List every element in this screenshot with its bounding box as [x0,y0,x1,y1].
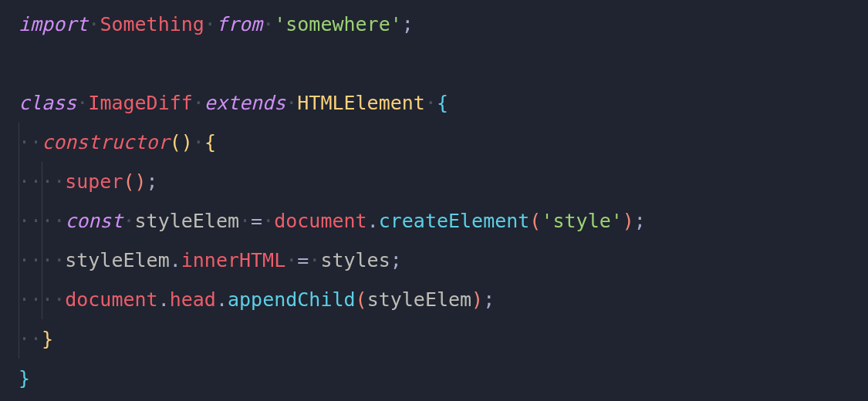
token-punct: . [158,288,170,311]
token-keyword-italic: import [19,13,88,35]
token-brace-yellow: ) [181,131,193,153]
whitespace-marker: · [285,92,297,114]
token-brace-teal: { [437,92,448,114]
token-classname: Something [100,13,204,35]
indent-guide [42,201,42,241]
token-ident: styleElem [135,210,239,232]
whitespace-marker: · [76,92,88,114]
token-brace-yellow: { [204,131,216,153]
token-ident: styles [320,249,390,271]
indent-guide [42,280,42,319]
token-keyword-italic: const [65,210,123,232]
token-punct: ; [483,288,495,311]
code-line: ····styleElem.innerHTML·=·styles; [19,241,849,280]
code-line: import·Something·from·'somewhere'; [19,5,849,44]
token-keyword-italic: class [19,92,76,114]
token-ctor: constructor [42,131,170,153]
token-brace-yellow: ( [170,131,181,153]
token-operator: = [297,249,309,271]
code-line: ····super(); [19,162,849,201]
indent-guide [19,162,19,201]
token-brace-teal: } [19,367,30,389]
token-punct: . [170,249,181,271]
token-punct: ; [147,170,158,193]
whitespace-marker: · [193,131,204,153]
whitespace-marker: · [193,92,204,114]
whitespace-marker: · [285,249,297,271]
whitespace-marker: · [239,210,251,232]
code-line: ··} [19,319,849,359]
token-prop-red: document [274,210,366,232]
whitespace-marker: · [123,210,134,232]
token-method: appendChild [228,288,356,311]
indent-guide [19,123,19,162]
indent-guide [19,319,19,359]
indent-guide [19,241,19,280]
code-line: ··constructor()·{ [19,123,849,162]
indent-guide [19,201,19,241]
indent-guide [19,280,19,319]
token-super: super [65,170,123,193]
indent-guide [42,162,42,201]
token-string: 'style' [541,210,622,232]
indent-guide [42,241,42,280]
token-method: createElement [379,210,530,232]
token-prop-red: head [170,288,216,311]
token-keyword-italic: from [216,13,262,35]
token-punct: ; [402,13,414,35]
whitespace-marker: · [425,92,437,114]
token-paren-pink: ( [356,288,367,311]
token-type: HTMLElement [297,92,425,114]
token-paren-pink: ( [123,170,134,193]
whitespace-marker: · [262,13,274,35]
token-ident: styleElem [367,288,471,311]
token-paren-pink: ) [623,210,634,232]
token-punct: . [216,288,228,311]
whitespace-marker: · [204,13,216,35]
code-line: } [19,359,849,398]
code-line: class·ImageDiff·extends·HTMLElement·{ [19,83,849,123]
token-punct: ; [634,210,646,232]
token-keyword-italic: extends [204,92,285,114]
token-operator: = [251,210,262,232]
whitespace-marker: · [309,249,320,271]
token-punct: ; [390,249,402,271]
token-punct: . [367,210,379,232]
token-ident: styleElem [65,249,169,271]
token-paren-pink: ) [471,288,483,311]
code-line [19,44,849,83]
token-paren-pink: ( [529,210,541,232]
whitespace-marker: · [262,210,274,232]
token-paren-pink: ) [135,170,147,193]
code-line: ····const·styleElem·=·document.createEle… [19,201,849,241]
token-prop-red: document [65,288,157,311]
whitespace-marker: ·· [19,328,42,350]
whitespace-marker: · [88,13,100,35]
code-line: ····document.head.appendChild(styleElem)… [19,280,849,319]
token-string: 'somewhere' [274,13,402,35]
token-prop-red: innerHTML [181,249,285,271]
token-classname: ImageDiff [88,92,192,114]
whitespace-marker: ·· [19,131,42,153]
code-editor[interactable]: import·Something·from·'somewhere';class·… [0,0,868,398]
token-brace-yellow: } [42,328,53,350]
